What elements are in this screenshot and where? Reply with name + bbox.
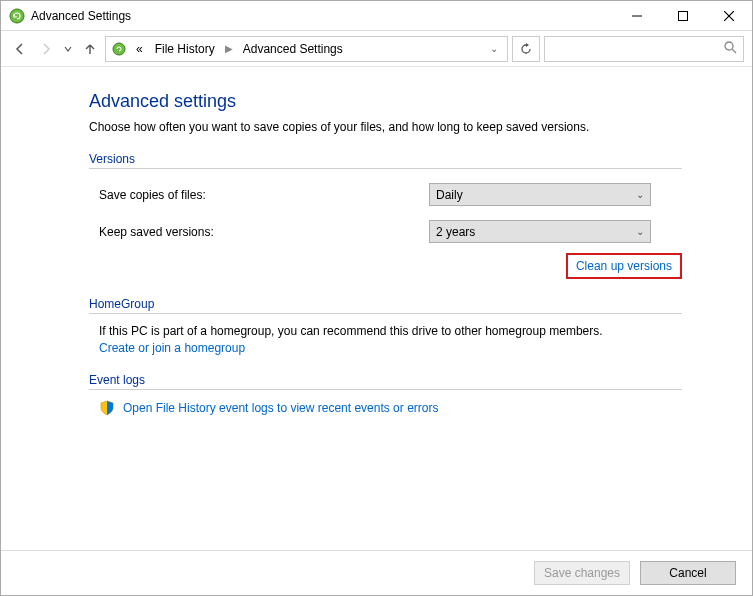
svg-line-7: [732, 49, 736, 53]
svg-point-6: [725, 42, 733, 50]
link-cleanup-versions[interactable]: Clean up versions: [576, 259, 672, 273]
highlight-cleanup: Clean up versions: [566, 253, 682, 279]
location-icon: [110, 40, 128, 58]
titlebar: Advanced Settings: [1, 1, 752, 31]
section-header-eventlogs: Event logs: [89, 373, 682, 390]
svg-point-0: [10, 9, 24, 23]
save-button[interactable]: Save changes: [534, 561, 630, 585]
link-homegroup[interactable]: Create or join a homegroup: [99, 341, 245, 355]
svg-point-5: [113, 43, 125, 55]
page-title: Advanced settings: [89, 91, 682, 112]
navbar: « File History ▶ Advanced Settings ⌄: [1, 31, 752, 67]
recent-locations-button[interactable]: [61, 38, 75, 60]
chevron-down-icon: ⌄: [636, 189, 644, 200]
address-dropdown-icon[interactable]: ⌄: [485, 43, 503, 54]
row-keep-versions: Keep saved versions: 2 years ⌄: [89, 216, 682, 247]
dropdown-save-copies[interactable]: Daily ⌄: [429, 183, 651, 206]
window-title: Advanced Settings: [31, 9, 131, 23]
address-bar[interactable]: « File History ▶ Advanced Settings ⌄: [105, 36, 508, 62]
chevron-right-icon: ▶: [223, 43, 235, 54]
close-button[interactable]: [706, 1, 752, 31]
label-save-copies: Save copies of files:: [99, 188, 429, 202]
link-event-logs[interactable]: Open File History event logs to view rec…: [123, 401, 438, 415]
label-keep-versions: Keep saved versions:: [99, 225, 429, 239]
chevron-down-icon: ⌄: [636, 226, 644, 237]
search-icon: [724, 41, 737, 57]
forward-button[interactable]: [35, 38, 57, 60]
up-button[interactable]: [79, 38, 101, 60]
dropdown-keep-versions[interactable]: 2 years ⌄: [429, 220, 651, 243]
dropdown-save-copies-value: Daily: [436, 188, 463, 202]
minimize-button[interactable]: [614, 1, 660, 31]
shield-icon: [99, 400, 115, 416]
homegroup-text: If this PC is part of a homegroup, you c…: [89, 324, 682, 338]
search-input[interactable]: [544, 36, 744, 62]
row-save-copies: Save copies of files: Daily ⌄: [89, 179, 682, 210]
section-header-versions: Versions: [89, 152, 682, 169]
footer: Save changes Cancel: [1, 550, 752, 595]
breadcrumb-current[interactable]: Advanced Settings: [239, 37, 347, 61]
cancel-button[interactable]: Cancel: [640, 561, 736, 585]
content-area: Advanced settings Choose how often you w…: [1, 67, 752, 550]
maximize-button[interactable]: [660, 1, 706, 31]
breadcrumb-prefix[interactable]: «: [132, 37, 147, 61]
page-description: Choose how often you want to save copies…: [89, 120, 682, 134]
section-header-homegroup: HomeGroup: [89, 297, 682, 314]
svg-rect-2: [679, 11, 688, 20]
breadcrumb-parent[interactable]: File History: [151, 37, 219, 61]
dropdown-keep-versions-value: 2 years: [436, 225, 475, 239]
back-button[interactable]: [9, 38, 31, 60]
refresh-button[interactable]: [512, 36, 540, 62]
app-icon: [9, 8, 25, 24]
